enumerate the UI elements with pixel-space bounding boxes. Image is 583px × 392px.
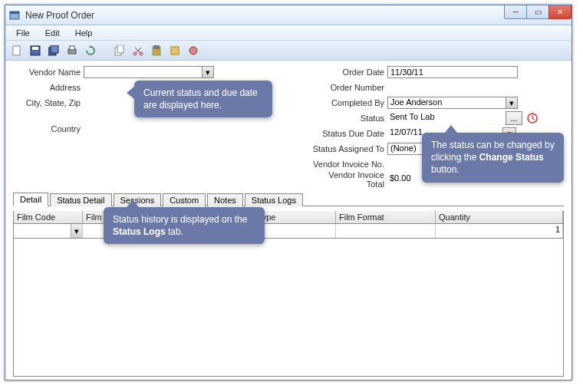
save-icon[interactable] xyxy=(28,44,42,58)
tab-custom[interactable]: Custom xyxy=(163,193,206,206)
grid-header: Film Code Film Description Film Type Fil… xyxy=(14,211,563,224)
callout-change-status: The status can be changed by clicking th… xyxy=(422,133,564,183)
tab-status-logs[interactable]: Status Logs xyxy=(245,193,303,206)
callout-status-display: Current status and due date are displaye… xyxy=(134,81,272,117)
completed-by-label: Completed By xyxy=(311,98,387,107)
menu-file[interactable]: File xyxy=(10,27,36,39)
cell-quantity[interactable]: 1 xyxy=(436,224,563,238)
tabstrip: Detail Status Detail Sessions Custom Not… xyxy=(13,191,564,206)
menu-help[interactable]: Help xyxy=(69,27,99,39)
svg-rect-10 xyxy=(117,45,124,53)
titlebar: New Proof Order ─ ▭ ✕ xyxy=(5,5,571,25)
col-film-code[interactable]: Film Code xyxy=(14,211,83,223)
vendor-inv-no-label: Vendor Invoice No. xyxy=(311,160,387,169)
chevron-down-icon: ▾ xyxy=(71,224,82,238)
vendor-name-combo[interactable]: ▾ xyxy=(84,66,214,78)
window-title: New Proof Order xyxy=(25,10,568,21)
status-label: Status xyxy=(311,114,387,123)
minimize-button[interactable]: ─ xyxy=(504,5,527,19)
clock-icon[interactable] xyxy=(525,111,539,125)
cut-icon[interactable] xyxy=(131,44,145,58)
completed-by-combo[interactable]: Joe Anderson▾ xyxy=(387,97,518,109)
tool-icon-2[interactable] xyxy=(186,44,200,58)
order-number-field xyxy=(387,81,518,94)
order-date-field[interactable] xyxy=(387,66,518,78)
grid-row: ▾ 1 xyxy=(14,224,563,238)
city-state-zip-label: City, State, Zip xyxy=(13,98,84,107)
content-area: Vendor Name ▾ Address City, State, Zip C… xyxy=(5,61,571,380)
close-button[interactable]: ✕ xyxy=(548,5,571,19)
status-assigned-value: (None) xyxy=(390,143,417,153)
status-due-label: Status Due Date xyxy=(311,129,387,138)
refresh-icon[interactable] xyxy=(84,44,97,58)
svg-point-16 xyxy=(189,47,197,54)
cell-film-code[interactable]: ▾ xyxy=(14,224,83,238)
address-label: Address xyxy=(13,83,84,92)
grid-empty-area xyxy=(13,239,564,377)
save-all-icon[interactable] xyxy=(47,44,61,58)
vendor-name-label: Vendor Name xyxy=(13,68,84,77)
order-number-label: Order Number xyxy=(311,83,387,92)
callout-status-logs: Status history is displayed on the Statu… xyxy=(104,207,265,244)
menubar: File Edit Help xyxy=(5,25,571,41)
app-icon xyxy=(8,9,21,21)
toolbar xyxy=(5,41,571,61)
svg-rect-8 xyxy=(70,46,74,50)
status-value: Sent To Lab xyxy=(387,112,502,124)
col-quantity[interactable]: Quantity xyxy=(436,211,563,223)
svg-rect-1 xyxy=(10,12,19,14)
col-film-format[interactable]: Film Format xyxy=(336,211,436,223)
new-icon[interactable] xyxy=(10,44,24,58)
country-field xyxy=(84,123,214,135)
country-label: Country xyxy=(13,124,84,133)
cell-film-format[interactable] xyxy=(336,224,436,238)
print-icon[interactable] xyxy=(65,44,79,58)
maximize-button[interactable]: ▭ xyxy=(526,5,549,19)
svg-rect-14 xyxy=(154,45,159,48)
tab-notes[interactable]: Notes xyxy=(207,193,243,206)
order-date-label: Order Date xyxy=(311,68,387,77)
completed-by-value: Joe Anderson xyxy=(390,97,442,107)
tab-status-detail[interactable]: Status Detail xyxy=(50,193,111,206)
detail-grid: Film Code Film Description Film Type Fil… xyxy=(13,211,564,239)
tool-icon-1[interactable] xyxy=(168,44,182,58)
app-window: New Proof Order ─ ▭ ✕ File Edit Help Ven… xyxy=(5,5,572,380)
vendor-inv-total-label: Vendor Invoice Total xyxy=(311,170,387,189)
status-assigned-label: Status Assigned To xyxy=(311,144,387,153)
chevron-down-icon: ▾ xyxy=(202,67,213,77)
chevron-down-icon: ▾ xyxy=(506,97,517,108)
svg-rect-4 xyxy=(32,47,38,50)
change-status-button[interactable]: ... xyxy=(506,111,522,125)
svg-rect-6 xyxy=(51,45,58,53)
copy-icon[interactable] xyxy=(113,44,127,58)
paste-icon[interactable] xyxy=(150,44,163,58)
svg-rect-2 xyxy=(13,46,20,55)
window-controls: ─ ▭ ✕ xyxy=(505,5,571,19)
svg-rect-15 xyxy=(171,47,179,54)
menu-edit[interactable]: Edit xyxy=(39,27,66,39)
tab-detail[interactable]: Detail xyxy=(13,193,48,206)
